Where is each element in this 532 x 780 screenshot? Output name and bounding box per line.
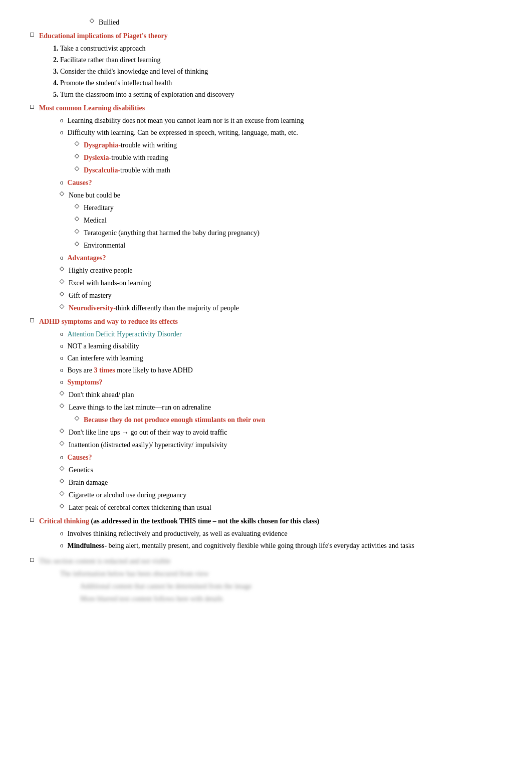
diamond-sym2 [60, 404, 65, 409]
square-icon-2 [30, 105, 34, 109]
section2-header: Most common Learning disabilities [30, 103, 502, 113]
dyslexia-text: trouble with reading [111, 152, 168, 163]
diamond-adv1 [60, 267, 65, 272]
s3-sym-2: Leave things to the last minute—run on a… [30, 402, 502, 413]
diamond-adv2 [60, 279, 65, 284]
square-icon-4 [30, 518, 34, 522]
o-icon-symptoms: o [60, 377, 64, 387]
o-icon-attention: o [60, 329, 64, 339]
not-text: NOT a learning disability [68, 341, 139, 351]
advantages-label: Advantages? [68, 253, 106, 263]
adhd-cause-2: Brain damage [69, 477, 108, 488]
s3-cause-1: Genetics [30, 465, 502, 475]
section1-header: Educational implications of Piaget's the… [30, 31, 502, 41]
s2-bullet-2-text: Difficulty with learning. Can be express… [68, 127, 298, 138]
o-icon-not: o [60, 341, 64, 351]
s3-bullet-boys: o Boys are 3 times more likely to have A… [30, 365, 502, 375]
causes-label: Causes? [68, 177, 92, 188]
o-icon-adv: o [60, 253, 64, 263]
diamond-medical [75, 217, 80, 222]
s3-bullet-interfere: o Can interfere with learning [30, 353, 502, 363]
neurodiversity-text: think differently than the majority of p… [116, 303, 239, 313]
section1-title: Educational implications of Piaget's the… [39, 31, 168, 41]
s3-sym-1: Don't think ahead/ plan [30, 389, 502, 400]
s2-causes-header: o Causes? [30, 177, 502, 188]
diamond-terat [75, 229, 80, 234]
section5-line-1: The information below has been obscured … [60, 568, 502, 579]
diamond-gen [60, 466, 65, 471]
diamond-none [60, 191, 65, 197]
s3-sym-4: Inattention (distracted easily)/ hyperac… [30, 440, 502, 450]
attention-text: Attention Deficit Hyperactivity Disorder [68, 329, 182, 339]
adhd-causes-label: Causes? [68, 452, 92, 463]
neurodiversity-label: Neurodiversity- [69, 303, 116, 313]
section5-blurred-content: The information below has been obscured … [30, 568, 502, 604]
diamond-peak [60, 504, 65, 509]
s4-bullet-1-text: Involves thinking reflectively and produ… [68, 528, 288, 539]
critical-thinking-label: Critical thinking [39, 517, 89, 525]
3times-highlight: 3 times [94, 366, 115, 374]
section4-title: Critical thinking (as addressed in the t… [39, 516, 319, 526]
cause-4-text: Environmental [84, 240, 125, 251]
diamond-brain [60, 479, 65, 484]
sym-2-text: Leave things to the last minute—run on a… [69, 402, 211, 413]
s2-adv-2: Excel with hands-on learning [30, 278, 502, 288]
dysgraphia-label: Dysgraphia- [84, 140, 121, 150]
dyscalculia-text: trouble with math [120, 165, 170, 175]
intro-bullied-text: Bullied [99, 17, 119, 28]
diamond-icon-dys2 [75, 154, 80, 159]
s1-item-3: Consider the child's knowledge and level… [60, 66, 502, 77]
section3-header: ADHD symptoms and way to reduce its effe… [30, 316, 502, 327]
square-icon-5 [30, 558, 34, 562]
s2-dyscalculia: Dyscalculia- trouble with math [30, 165, 502, 175]
s2-bullet-1-text: Learning disability does not mean you ca… [68, 115, 304, 126]
o-icon-s4-1: o [60, 528, 64, 538]
s2-adv-1: Highly creative people [30, 265, 502, 276]
s2-cause-3: Teratogenic (anything that harmed the ba… [30, 228, 502, 238]
adhd-cause-4: Later peak of cerebral cortex thickening… [69, 502, 211, 513]
s4-bullet-2: o Mindfulness- being alert, mentally pre… [30, 540, 502, 551]
cause-1-text: Hereditary [84, 203, 114, 213]
s3-sym-3: Don't like line ups → go out of their wa… [30, 427, 502, 438]
s2-adv-3: Gift of mastery [30, 290, 502, 301]
s1-item-2: Facilitate rather than direct learning [60, 55, 502, 65]
o-icon-interfere: o [60, 353, 64, 363]
section5-line-3: More blurred text content follows here w… [80, 594, 502, 604]
section2-title: Most common Learning disabilities [39, 103, 145, 113]
section5-header: This section content is redacted and not… [30, 556, 502, 566]
o-icon-causes: o [60, 177, 64, 187]
s3-causes-header: o Causes? [30, 452, 502, 463]
s2-cause-4: Environmental [30, 240, 502, 251]
diamond-icon-dys3 [75, 166, 80, 171]
cause-2-text: Medical [84, 215, 107, 226]
diamond-sym3 [60, 429, 65, 434]
critical-thinking-rest: (as addressed in the textbook THIS time … [89, 517, 319, 525]
s3-sym-2-sub: Because they do not produce enough stimu… [30, 415, 502, 425]
s3-symptoms-header: o Symptoms? [30, 377, 502, 387]
o-icon-s4-2: o [60, 540, 64, 550]
diamond-adv4 [60, 304, 65, 309]
intro-bullied: Bullied [30, 17, 502, 28]
dysgraphia-text: trouble with writing [121, 140, 177, 150]
s2-advantages-header: o Advantages? [30, 253, 502, 263]
adv-3-text: Gift of mastery [69, 290, 112, 301]
o-icon-causes-adhd: o [60, 452, 64, 462]
s2-dysgraphia: Dysgraphia- trouble with writing [30, 140, 502, 150]
s2-dyslexia: Dyslexia- trouble with reading [30, 152, 502, 163]
s1-item-5: Turn the classroom into a setting of exp… [60, 89, 502, 100]
diamond-sym1 [60, 391, 65, 396]
diamond-hered [75, 204, 80, 209]
s2-adv-4: Neurodiversity- think differently than t… [30, 303, 502, 313]
s3-bullet-attention: o Attention Deficit Hyperactivity Disord… [30, 329, 502, 339]
mindfulness-label: Mindfulness- [68, 542, 107, 549]
s4-bullet-1: o Involves thinking reflectively and pro… [30, 528, 502, 539]
s3-cause-3: Cigarette or alcohol use during pregnanc… [30, 490, 502, 500]
o-icon-2: o [60, 127, 64, 137]
square-icon-1 [30, 33, 34, 37]
o-icon-1: o [60, 115, 64, 125]
section5-sub-blurred: Additional content that cannot be determ… [60, 581, 502, 604]
s2-causes-none: None but could be [30, 190, 502, 201]
section5-line-2: Additional content that cannot be determ… [80, 581, 502, 592]
causes-intro-text: None but could be [69, 190, 120, 201]
sym-4-text: Inattention (distracted easily)/ hyperac… [69, 440, 227, 450]
